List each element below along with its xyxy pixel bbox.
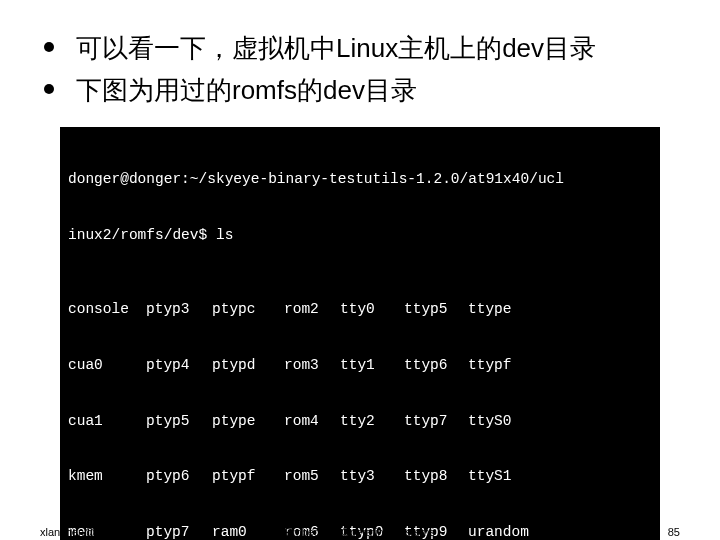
bullet-text: 可以看一下，虚拟机中Linux主机上的dev目录 <box>76 33 596 63</box>
bullet-text: 下图为用过的romfs的dev目录 <box>76 75 417 105</box>
ls-cell: tty0 <box>340 300 404 319</box>
ls-cell: cua0 <box>68 356 146 375</box>
ls-cell: rom3 <box>284 356 340 375</box>
ls-cell: rom4 <box>284 412 340 431</box>
footer-title: Embedded Operating Systems <box>0 526 720 538</box>
ls-cell: kmem <box>68 467 146 486</box>
ls-cell: ttyp7 <box>404 412 468 431</box>
ls-cell: cua1 <box>68 412 146 431</box>
ls-row: console ptyp3 ptypc rom2 tty0 ttyp5 ttyp… <box>68 300 652 319</box>
ls-cell: tty1 <box>340 356 404 375</box>
terminal-line: donger@donger:~/skyeye-binary-testutils-… <box>68 170 652 189</box>
ls-cell: rom5 <box>284 467 340 486</box>
ls-cell: ttyS0 <box>468 412 512 431</box>
ls-cell: ttyS1 <box>468 467 512 486</box>
bullet-item: 下图为用过的romfs的dev目录 <box>40 72 680 110</box>
ls-cell: ptypd <box>212 356 284 375</box>
bullet-dot-icon <box>44 84 54 94</box>
ls-cell: tty3 <box>340 467 404 486</box>
ls-cell: tty2 <box>340 412 404 431</box>
bullet-item: 可以看一下，虚拟机中Linux主机上的dev目录 <box>40 30 680 68</box>
ls-cell: ptypc <box>212 300 284 319</box>
footer-page-number: 85 <box>668 526 680 538</box>
ls-row: cua1 ptyp5 ptype rom4 tty2 ttyp7 ttyS0 <box>68 412 652 431</box>
ls-cell: ptyp3 <box>146 300 212 319</box>
bullet-dot-icon <box>44 42 54 52</box>
ls-row: kmem ptyp6 ptypf rom5 tty3 ttyp8 ttyS1 <box>68 467 652 486</box>
bullet-list: 可以看一下，虚拟机中Linux主机上的dev目录 下图为用过的romfs的dev… <box>40 30 680 109</box>
terminal-output: donger@donger:~/skyeye-binary-testutils-… <box>60 127 660 540</box>
ls-cell: ttyp8 <box>404 467 468 486</box>
ls-cell: ptyp5 <box>146 412 212 431</box>
ls-cell: ttypf <box>468 356 512 375</box>
ls-cell: console <box>68 300 146 319</box>
ls-cell: ttyp6 <box>404 356 468 375</box>
terminal-line: inux2/romfs/dev$ ls <box>68 226 652 245</box>
ls-cell: ptypf <box>212 467 284 486</box>
ls-cell: ptyp4 <box>146 356 212 375</box>
ls-cell: ttyp5 <box>404 300 468 319</box>
slide-body: 可以看一下，虚拟机中Linux主机上的dev目录 下图为用过的romfs的dev… <box>0 0 720 540</box>
ls-cell: ttype <box>468 300 512 319</box>
ls-cell: ptyp6 <box>146 467 212 486</box>
ls-cell: ptype <box>212 412 284 431</box>
ls-cell: rom2 <box>284 300 340 319</box>
ls-row: cua0 ptyp4 ptypd rom3 tty1 ttyp6 ttypf <box>68 356 652 375</box>
